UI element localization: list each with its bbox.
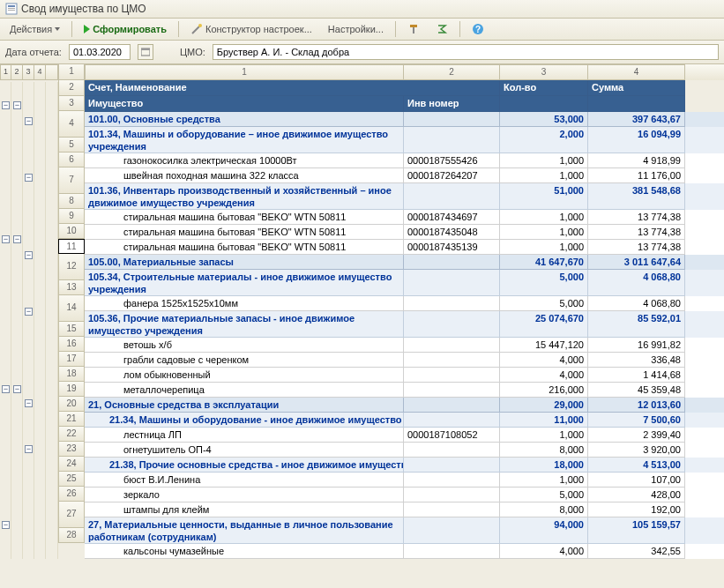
outline-toggle[interactable]: − — [25, 445, 33, 453]
table-row[interactable]: лом обыкновенный4,0001 414,68 — [85, 368, 724, 383]
cell-inv — [404, 127, 500, 153]
row-number[interactable]: 5 — [58, 138, 85, 153]
table-row[interactable]: металлочерепица216,00045 359,48 — [85, 383, 724, 398]
outline-toggle[interactable]: − — [2, 521, 10, 529]
table-row[interactable]: кальсоны чумазейные4,000342,55 — [85, 544, 724, 559]
row-number[interactable]: 27 — [58, 502, 85, 528]
colgroup-2[interactable]: 2 — [404, 64, 500, 80]
tmo-input[interactable] — [213, 44, 719, 60]
row-number[interactable]: 9 — [58, 209, 85, 224]
table-row[interactable]: 105.34, Строительные материалы - иное дв… — [85, 270, 724, 296]
table-row[interactable]: стиральная машина бытовая "BEKO" WTN 508… — [85, 240, 724, 255]
row-number[interactable]: 16 — [58, 337, 85, 352]
outline-toggle[interactable]: − — [2, 101, 10, 109]
tool-button-2[interactable] — [429, 20, 454, 38]
outline-toggle[interactable]: − — [2, 235, 10, 243]
table-row[interactable]: 101.36, Инвентарь производственный и хоз… — [85, 183, 724, 210]
outline-level-1[interactable]: 1 — [0, 64, 11, 80]
cell-sum: 13 774,38 — [588, 210, 685, 225]
date-picker-button[interactable] — [138, 44, 153, 60]
table-row[interactable]: стиральная машина бытовая "BEKO" WTN 508… — [85, 225, 724, 240]
row-number[interactable]: 13 — [58, 280, 85, 295]
actions-menu[interactable]: Действия — [4, 21, 66, 37]
row-number[interactable]: 22 — [58, 427, 85, 442]
outline-level-4[interactable]: 4 — [34, 64, 46, 80]
outline-toggle[interactable]: − — [25, 399, 33, 407]
table-row[interactable]: 101.00, Основные средства53,000397 643,6… — [85, 112, 724, 127]
table-row[interactable]: фанера 1525х1525х10мм5,0004 068,80 — [85, 296, 724, 311]
outline-toggle[interactable]: − — [25, 251, 33, 259]
table-row[interactable]: лестница ЛП00001871080521,0002 399,40 — [85, 428, 724, 443]
row-number[interactable]: 21 — [58, 412, 85, 427]
table-row[interactable]: ветошь х/б15 447,12016 991,82 — [85, 338, 724, 353]
cell-sum: 2 399,40 — [588, 428, 685, 443]
row-number[interactable]: 3 — [58, 96, 85, 111]
cell-inv — [404, 338, 500, 353]
outline-toggle[interactable]: − — [25, 308, 33, 316]
header-row-1: Счет, Наименование Кол-во Сумма — [85, 80, 724, 96]
row-number[interactable]: 26 — [58, 487, 85, 502]
outline-panel: 1234 − − − − − − − − − − − − − — [0, 64, 58, 559]
row-number[interactable]: 4 — [58, 111, 85, 138]
row-number[interactable]: 11 — [58, 239, 85, 254]
row-number[interactable]: 23 — [58, 442, 85, 457]
cell-inv — [404, 502, 500, 517]
row-number[interactable]: 8 — [58, 194, 85, 209]
row-number[interactable]: 28 — [58, 528, 85, 543]
row-number[interactable]: 24 — [58, 457, 85, 472]
table-row[interactable]: 101.34, Машины и оборудование – иное дви… — [85, 127, 724, 153]
row-number-column: 1 2 345678910111213141516171819202122232… — [58, 64, 85, 559]
table-row[interactable]: 105.00, Материальные запасы41 647,6703 0… — [85, 255, 724, 270]
table-row[interactable]: зеркало5,000428,00 — [85, 488, 724, 502]
table-row[interactable]: 21.38, Прочие основные средства - иное д… — [85, 458, 724, 473]
row-number[interactable]: 17 — [58, 352, 85, 367]
table-row[interactable]: бюст В.И.Ленина1,000107,00 — [85, 473, 724, 488]
row-number[interactable]: 6 — [58, 153, 85, 167]
outline-toggle[interactable]: − — [13, 235, 21, 243]
outline-toggle[interactable]: − — [13, 385, 21, 393]
report-date-input[interactable] — [69, 44, 131, 60]
row-number[interactable]: 15 — [58, 322, 85, 337]
cell-qty: 1,000 — [500, 168, 588, 183]
form-report-button[interactable]: Сформировать — [78, 21, 173, 37]
row-number[interactable]: 10 — [58, 224, 85, 239]
table-row[interactable]: 21.34, Машины и оборудование - иное движ… — [85, 413, 724, 428]
outline-toggle[interactable]: − — [25, 117, 33, 125]
row-number[interactable]: 18 — [58, 367, 85, 382]
row-number[interactable]: 25 — [58, 472, 85, 487]
cell-name: 105.36, Прочие материальные запасы - ино… — [85, 311, 404, 338]
outline-toggle[interactable]: − — [2, 385, 10, 393]
colgroup-1[interactable]: 1 — [85, 64, 404, 80]
colgroup-4[interactable]: 4 — [588, 64, 685, 80]
settings-button[interactable]: Настройки... — [322, 21, 390, 37]
outline-toggle[interactable]: − — [13, 101, 21, 109]
row-number[interactable]: 19 — [58, 382, 85, 397]
row-number[interactable]: 20 — [58, 397, 85, 412]
cell-qty: 1,000 — [500, 473, 588, 488]
outline-level-2[interactable]: 2 — [11, 64, 23, 80]
row-number[interactable]: 7 — [58, 167, 85, 194]
table-row[interactable]: огнетушитель ОП-48,0003 920,00 — [85, 443, 724, 458]
outline-toggle[interactable]: − — [25, 174, 33, 182]
table-row[interactable]: грабли садовые с черенком4,000336,48 — [85, 353, 724, 368]
cell-sum: 1 414,68 — [588, 368, 685, 383]
filter-bar: Дата отчета: ЦМО: — [0, 41, 724, 64]
table-row[interactable]: 21, Основные средства в эксплуатации29,0… — [85, 398, 724, 413]
help-button[interactable]: ? — [466, 20, 490, 38]
colgroup-3[interactable]: 3 — [500, 64, 588, 80]
table-row[interactable]: стиральная машина бытовая "BEKO" WTN 508… — [85, 210, 724, 225]
table-row[interactable]: штампы для клейм8,000192,00 — [85, 502, 724, 517]
table-row[interactable]: швейная походная машина 322 класса000018… — [85, 168, 724, 183]
tool-button-1[interactable] — [401, 20, 426, 38]
outline-level-3[interactable]: 3 — [23, 64, 34, 80]
settings-constructor-button[interactable]: Конструктор настроек... — [184, 20, 318, 38]
row-number[interactable]: 14 — [58, 295, 85, 322]
table-row[interactable]: 27, Материальные ценности, выданные в ли… — [85, 517, 724, 544]
table-row[interactable]: 105.36, Прочие материальные запасы - ино… — [85, 311, 724, 338]
cell-sum: 397 643,67 — [588, 112, 685, 127]
table-row[interactable]: газонокосилка электрическая 10000Вт00001… — [85, 153, 724, 168]
row-number[interactable]: 12 — [58, 254, 85, 280]
cell-inv — [404, 183, 500, 210]
cell-sum: 16 991,82 — [588, 338, 685, 353]
cell-qty: 41 647,670 — [500, 255, 588, 270]
